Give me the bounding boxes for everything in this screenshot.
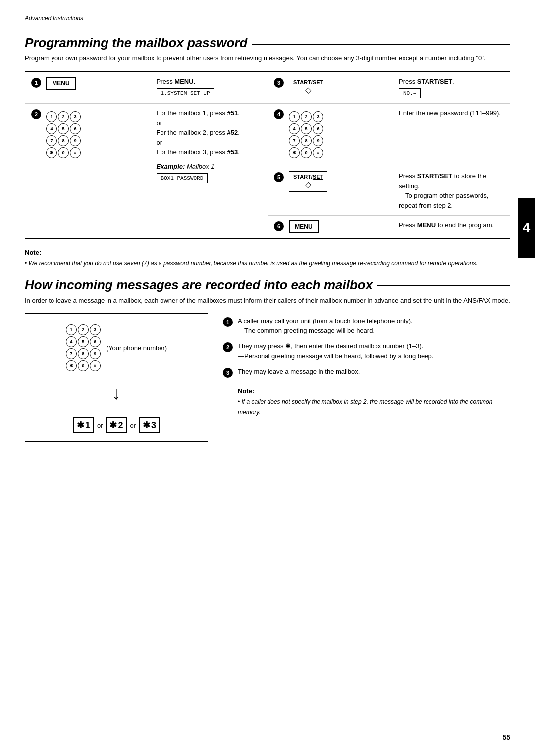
star-3: ✱ <box>143 420 150 431</box>
dk-0: 0 <box>78 360 89 371</box>
diag-step-1-content: A caller may call your unit (from a touc… <box>238 316 510 335</box>
dk-5: 5 <box>78 336 89 347</box>
step-3-startset: START/SET ◇ <box>289 77 394 97</box>
key4-2: 2 <box>301 111 312 122</box>
section2: How incoming messages are recorded into … <box>25 277 510 442</box>
diamond-3: ◇ <box>305 85 311 95</box>
note1-text: • We recommend that you do not use seven… <box>25 260 478 267</box>
mb-btn-3: ✱ 3 <box>139 417 160 433</box>
key-star: ✱ <box>46 147 57 158</box>
display-1: 1.SYSTEM SET UP <box>157 88 214 98</box>
diag-step-num-2: 2 <box>223 342 233 352</box>
step-4-keypad: 1 2 3 4 5 6 7 8 9 ✱ 0 # <box>289 108 394 161</box>
step-number-3: 3 <box>274 78 284 88</box>
side-tab: 4 <box>518 198 535 258</box>
dk-8: 8 <box>78 348 89 359</box>
num-2: 2 <box>118 420 123 431</box>
key4-0: 0 <box>301 147 312 158</box>
diag-step-1: 1 A caller may call your unit (from a to… <box>223 313 510 338</box>
step-1-instruction: Press MENU. 1.SYSTEM SET UP <box>157 77 262 99</box>
key4-9: 9 <box>313 135 323 146</box>
step-2-instruction: For the mailbox 1, press #51.orFor the m… <box>157 108 262 183</box>
key-5: 5 <box>58 123 69 134</box>
diag-step-num-3: 3 <box>223 368 233 378</box>
startset-btn-3: START/SET ◇ <box>289 77 327 97</box>
note2-title: Note: <box>238 387 254 395</box>
section1-title: Programming the mailbox password <box>25 35 510 51</box>
key4-3: 3 <box>313 111 323 122</box>
note2-section: Note: • If a caller does not specify the… <box>223 386 510 417</box>
display-2: BOX1 PASSWORD <box>157 173 208 183</box>
dk-9: 9 <box>90 348 101 359</box>
keypad-2: 1 2 3 4 5 6 7 8 9 ✱ 0 # <box>46 111 152 158</box>
star-1: ✱ <box>77 420 84 431</box>
key4-8: 8 <box>301 135 312 146</box>
step-3-instruction: Press START/SET. NO.= <box>399 77 504 99</box>
step-number-1: 1 <box>31 78 41 88</box>
key4-hash: # <box>313 147 323 158</box>
section2-title: How incoming messages are recorded into … <box>25 277 510 293</box>
key4-5: 5 <box>301 123 312 134</box>
diagram-phone-row: 1 2 3 4 5 6 7 8 9 ✱ 0 # (Your phone numb… <box>66 322 167 374</box>
breadcrumb: Advanced Instructions <box>25 15 510 22</box>
key-7: 7 <box>46 135 57 146</box>
step-5-startset: START/SET ◇ <box>289 171 394 192</box>
note2-text: • If a caller does not specify the mailb… <box>238 398 492 416</box>
arrow-down: ↓ <box>112 383 121 404</box>
menu-button-6: MENU <box>289 220 319 233</box>
step-number-4: 4 <box>274 109 284 119</box>
page-number: 55 <box>502 733 510 741</box>
num-1: 1 <box>85 420 90 431</box>
diag-step-2: 2 They may press ✱, then enter the desir… <box>223 338 510 364</box>
diag-step-3-content: They may leave a message in the mailbox. <box>238 367 510 377</box>
dk-hash: # <box>90 360 101 371</box>
diagram-keypad: 1 2 3 4 5 6 7 8 9 ✱ 0 # <box>66 324 101 371</box>
key4-6: 6 <box>313 123 323 134</box>
key4-4: 4 <box>289 123 300 134</box>
key-0: 0 <box>58 147 69 158</box>
dk-7: 7 <box>66 348 77 359</box>
mailbox-options: ✱ 1 or ✱ 2 or ✱ 3 <box>73 417 160 433</box>
step-5-row: 5 START/SET ◇ Press START/SET to store t… <box>268 166 510 216</box>
diag-step-3: 3 They may leave a message in the mailbo… <box>223 364 510 380</box>
key-3: 3 <box>70 111 81 122</box>
menu-button-1: MENU <box>46 77 76 90</box>
or-text-2: or <box>130 422 136 429</box>
note1-title: Note: <box>25 249 41 256</box>
key-hash: # <box>70 147 81 158</box>
key4-star: ✱ <box>289 147 300 158</box>
step-4-row: 4 1 2 3 4 5 6 7 8 9 ✱ 0 # Enter t <box>268 104 510 166</box>
steps-left: 1 MENU Press MENU. 1.SYSTEM SET UP 2 1 2… <box>25 72 268 239</box>
phone-label: (Your phone number) <box>107 344 167 352</box>
step-1-content: MENU <box>46 77 152 90</box>
key-2: 2 <box>58 111 69 122</box>
note1-section: Note: • We recommend that you do not use… <box>25 248 510 269</box>
step-3-row: 3 START/SET ◇ Press START/SET. NO.= <box>268 72 510 104</box>
dk-star: ✱ <box>66 360 77 371</box>
dk-4: 4 <box>66 336 77 347</box>
startset-btn-5: START/SET ◇ <box>289 171 327 192</box>
section1-intro: Program your own password for your mailb… <box>25 54 510 63</box>
step-6-row: 6 MENU Press MENU to end the program. <box>268 216 510 238</box>
dk-6: 6 <box>90 336 101 347</box>
diag-step-num-1: 1 <box>223 317 233 327</box>
step-number-5: 5 <box>274 172 284 182</box>
keypad-4: 1 2 3 4 5 6 7 8 9 ✱ 0 # <box>289 111 394 158</box>
key-1: 1 <box>46 111 57 122</box>
steps-right: 3 START/SET ◇ Press START/SET. NO.= 4 1 … <box>268 72 510 239</box>
step-number-2: 2 <box>31 109 41 119</box>
step-4-instruction: Enter the new password (111–999). <box>399 108 504 118</box>
key-8: 8 <box>58 135 69 146</box>
key-4: 4 <box>46 123 57 134</box>
steps-grid: 1 MENU Press MENU. 1.SYSTEM SET UP 2 1 2… <box>25 71 510 239</box>
section2-intro: In order to leave a message in a mailbox… <box>25 296 510 306</box>
or-text-1: or <box>97 422 103 429</box>
step-5-instruction: Press START/SET to store the setting.—To… <box>399 171 504 210</box>
step-6-instruction: Press MENU to end the program. <box>399 220 504 230</box>
num-3: 3 <box>151 420 156 431</box>
key-6: 6 <box>70 123 81 134</box>
step-2-keypad: 1 2 3 4 5 6 7 8 9 ✱ 0 # <box>46 108 152 161</box>
step-number-6: 6 <box>274 221 284 231</box>
display-3: NO.= <box>399 88 421 98</box>
mb-btn-1: ✱ 1 <box>73 417 94 433</box>
